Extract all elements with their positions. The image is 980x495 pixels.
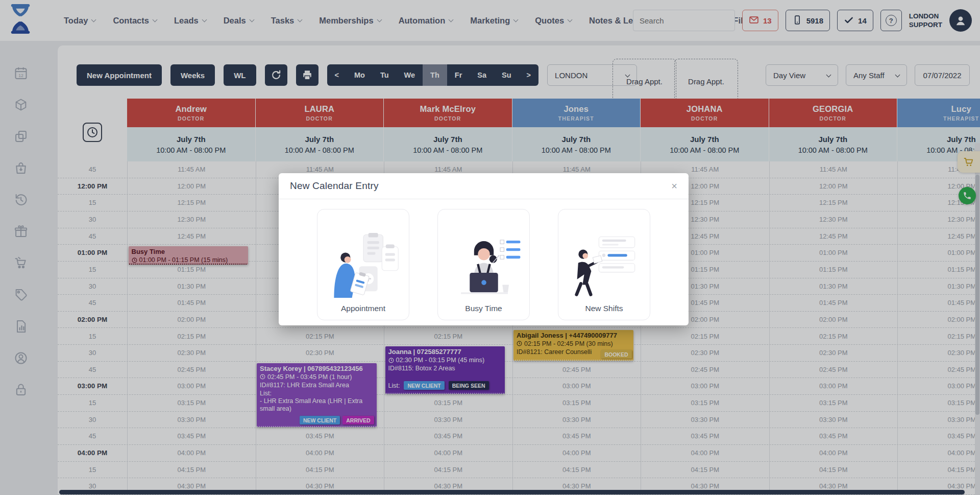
appointment-illustration <box>325 232 402 304</box>
new-calendar-entry-modal: New Calendar Entry × AppointmentBusy Tim… <box>279 173 689 325</box>
busy-illustration <box>446 232 522 304</box>
modal-option-label: New Shifts <box>585 304 623 313</box>
modal-option-busy-time[interactable]: Busy Time <box>437 209 530 320</box>
modal-option-label: Busy Time <box>465 304 502 313</box>
modal-header: New Calendar Entry × <box>279 173 689 199</box>
modal-body: AppointmentBusy TimeNew Shifts <box>279 199 689 320</box>
modal-option-new-shifts[interactable]: New Shifts <box>558 209 650 320</box>
close-icon[interactable]: × <box>671 181 677 191</box>
modal-option-label: Appointment <box>341 304 385 313</box>
modal-option-appointment[interactable]: Appointment <box>317 209 409 320</box>
shifts-illustration <box>566 232 643 304</box>
modal-title: New Calendar Entry <box>290 180 379 192</box>
app-screen: TodayContactsLeadsDealsTasksMembershipsA… <box>0 0 980 495</box>
